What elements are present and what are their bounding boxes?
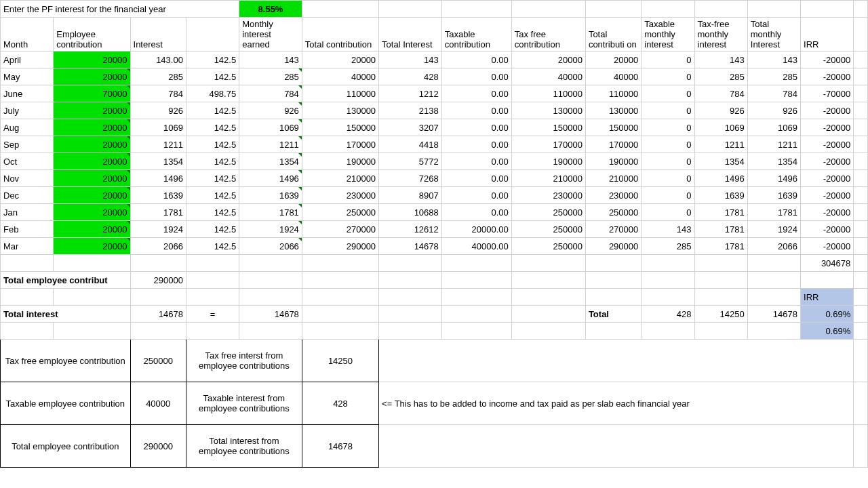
cell-taxfree-monthly[interactable]: 1781 [694,204,747,221]
cell-total-interest[interactable]: 3207 [379,119,442,136]
cell-month[interactable]: Jan [1,204,54,221]
cell-taxfree-monthly[interactable]: 143 [694,52,747,68]
table-row[interactable]: April20000143.00142.5143200001430.002000… [1,52,868,68]
cell-total-contrib2[interactable]: 230000 [585,187,641,204]
cell-irr[interactable]: -20000 [801,204,854,221]
cell-total-contrib[interactable]: 110000 [302,85,378,102]
cell-total-monthly[interactable]: 1496 [747,170,800,187]
cell-emp-contrib[interactable]: 20000 [54,238,130,255]
cell-month[interactable]: Aug [1,119,54,136]
cell-total-contrib2[interactable]: 110000 [585,85,641,102]
cell-monthly-interest[interactable]: 1496 [239,170,302,187]
cell-monthly-interest[interactable]: 784 [239,85,302,102]
cell-monthly-interest[interactable]: 1639 [239,187,302,204]
cell-d[interactable]: 142.5 [186,170,239,187]
cell-taxfree-contrib[interactable]: 170000 [511,136,585,153]
cell-taxfree-monthly[interactable]: 926 [694,102,747,119]
cell-irr[interactable]: -20000 [801,153,854,170]
cell-taxfree-monthly[interactable]: 1069 [694,119,747,136]
cell-taxfree-contrib[interactable]: 250000 [511,238,585,255]
table-row[interactable]: Nov200001496142.5149621000072680.0021000… [1,170,868,187]
cell-d[interactable]: 142.5 [186,119,239,136]
cell-irr[interactable]: -20000 [801,102,854,119]
cell-month[interactable]: July [1,102,54,119]
cell-total-contrib[interactable]: 290000 [302,238,378,255]
table-row[interactable]: May20000285142.5285400004280.00400004000… [1,68,868,85]
cell-taxfree-monthly[interactable]: 1211 [694,136,747,153]
cell-monthly-interest[interactable]: 1211 [239,136,302,153]
cell-emp-contrib[interactable]: 20000 [54,204,130,221]
cell-taxable-contrib[interactable]: 0.00 [441,187,511,204]
cell-d[interactable]: 142.5 [186,153,239,170]
cell-taxfree-monthly[interactable]: 285 [694,68,747,85]
cell-interest[interactable]: 1211 [130,136,186,153]
cell-taxable-contrib[interactable]: 0.00 [441,136,511,153]
cell-d[interactable]: 142.5 [186,187,239,204]
cell-total-interest[interactable]: 428 [379,68,442,85]
cell-interest[interactable]: 1069 [130,119,186,136]
cell-emp-contrib[interactable]: 20000 [54,68,130,85]
cell-month[interactable]: Mar [1,238,54,255]
cell-d[interactable]: 142.5 [186,68,239,85]
cell-taxable-monthly[interactable]: 0 [642,68,694,85]
cell-total-contrib2[interactable]: 270000 [585,221,641,238]
cell-d[interactable]: 142.5 [186,52,239,68]
cell-month[interactable]: Nov [1,170,54,187]
cell-taxfree-contrib[interactable]: 130000 [511,102,585,119]
cell-interest[interactable]: 784 [130,85,186,102]
cell-total-contrib2[interactable]: 190000 [585,153,641,170]
cell-interest[interactable]: 926 [130,102,186,119]
cell-d[interactable]: 142.5 [186,204,239,221]
pf-rate-input[interactable]: 8.55% [239,1,302,18]
cell-total-monthly[interactable]: 926 [747,102,800,119]
cell-taxable-monthly[interactable]: 0 [642,187,694,204]
cell-monthly-interest[interactable]: 1069 [239,119,302,136]
table-row[interactable]: Mar200002066142.520662900001467840000.00… [1,238,868,255]
cell-taxfree-contrib[interactable]: 250000 [511,204,585,221]
cell-taxable-monthly[interactable]: 0 [642,119,694,136]
cell-irr[interactable]: -20000 [801,238,854,255]
cell-taxable-contrib[interactable]: 0.00 [441,52,511,68]
cell-irr[interactable]: -20000 [801,136,854,153]
cell-monthly-interest[interactable]: 926 [239,102,302,119]
table-row[interactable]: July20000926142.592613000021380.00130000… [1,102,868,119]
cell-irr[interactable]: -70000 [801,85,854,102]
cell-monthly-interest[interactable]: 143 [239,52,302,68]
cell-taxfree-contrib[interactable]: 20000 [511,52,585,68]
cell-taxfree-contrib[interactable]: 250000 [511,221,585,238]
cell-emp-contrib[interactable]: 20000 [54,136,130,153]
cell-irr[interactable]: -20000 [801,170,854,187]
cell-total-contrib2[interactable]: 150000 [585,119,641,136]
cell-total-monthly[interactable]: 143 [747,52,800,68]
cell-emp-contrib[interactable]: 20000 [54,153,130,170]
cell-interest[interactable]: 1781 [130,204,186,221]
table-row[interactable]: Dec200001639142.5163923000089070.0023000… [1,187,868,204]
cell-total-interest[interactable]: 10688 [379,204,442,221]
cell-taxable-monthly[interactable]: 0 [642,170,694,187]
cell-emp-contrib[interactable]: 20000 [54,170,130,187]
cell-total-contrib[interactable]: 40000 [302,68,378,85]
cell-total-contrib[interactable]: 170000 [302,136,378,153]
cell-taxfree-monthly[interactable]: 1354 [694,153,747,170]
cell-total-contrib[interactable]: 190000 [302,153,378,170]
cell-taxfree-contrib[interactable]: 230000 [511,187,585,204]
cell-emp-contrib[interactable]: 20000 [54,221,130,238]
cell-interest[interactable]: 1924 [130,221,186,238]
cell-taxable-monthly[interactable]: 143 [642,221,694,238]
cell-month[interactable]: Feb [1,221,54,238]
cell-taxfree-contrib[interactable]: 150000 [511,119,585,136]
cell-total-contrib[interactable]: 250000 [302,204,378,221]
cell-total-monthly[interactable]: 285 [747,68,800,85]
cell-d[interactable]: 142.5 [186,221,239,238]
cell-taxable-monthly[interactable]: 0 [642,136,694,153]
cell-taxable-contrib[interactable]: 0.00 [441,204,511,221]
cell-emp-contrib[interactable]: 20000 [54,119,130,136]
cell-taxable-contrib[interactable]: 0.00 [441,85,511,102]
cell-total-interest[interactable]: 2138 [379,102,442,119]
cell-taxfree-monthly[interactable]: 1639 [694,187,747,204]
table-row[interactable]: Sep200001211142.5121117000044180.0017000… [1,136,868,153]
cell-total-interest[interactable]: 1212 [379,85,442,102]
cell-taxable-contrib[interactable]: 0.00 [441,68,511,85]
cell-interest[interactable]: 143.00 [130,52,186,68]
cell-total-contrib[interactable]: 20000 [302,52,378,68]
